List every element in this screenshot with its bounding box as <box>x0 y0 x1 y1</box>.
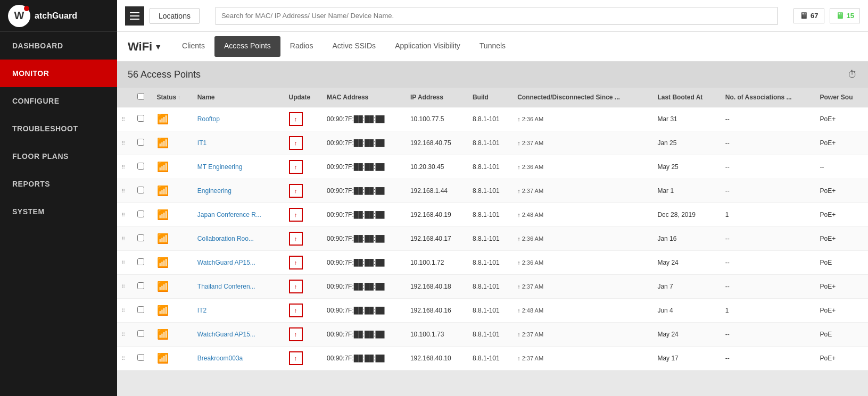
update-button[interactable]: ↑ <box>289 136 303 150</box>
row-checkbox[interactable] <box>137 354 144 361</box>
row-checkbox[interactable] <box>137 115 144 122</box>
th-update[interactable]: Update <box>285 88 323 107</box>
row-checkbox-cell[interactable] <box>133 131 153 155</box>
row-checkbox[interactable] <box>137 258 144 265</box>
name-cell[interactable]: Thailand Conferen... <box>193 275 285 299</box>
ap-count-badge[interactable]: 🖥 67 <box>793 9 824 23</box>
row-checkbox-cell[interactable] <box>133 107 153 131</box>
th-assoc[interactable]: No. of Associations ... <box>721 88 816 107</box>
row-checkbox[interactable] <box>137 306 144 313</box>
sidebar-item-configure[interactable]: CONFIGURE <box>0 87 117 115</box>
update-cell[interactable]: ↑ <box>285 131 323 155</box>
update-cell[interactable]: ↑ <box>285 179 323 203</box>
row-checkbox[interactable] <box>137 330 144 337</box>
status-icon: 📶 <box>157 257 169 268</box>
ap-name[interactable]: Thailand Conferen... <box>197 283 255 290</box>
ap-name[interactable]: Rooftop <box>197 115 220 123</box>
row-checkbox-cell[interactable] <box>133 251 153 275</box>
update-button[interactable]: ↑ <box>289 184 303 198</box>
name-cell[interactable]: WatchGuard AP15... <box>193 251 285 275</box>
name-cell[interactable]: IT2 <box>193 299 285 323</box>
export-icon[interactable]: ⏱ <box>848 69 857 80</box>
row-checkbox-cell[interactable] <box>133 323 153 347</box>
ap-name[interactable]: WatchGuard AP15... <box>197 331 255 338</box>
locations-button[interactable]: Locations <box>150 8 200 24</box>
th-mac[interactable]: MAC Address <box>323 88 406 107</box>
tab-access-points[interactable]: Access Points <box>214 36 280 57</box>
row-checkbox[interactable] <box>137 187 144 193</box>
update-cell[interactable]: ↑ <box>285 275 323 299</box>
ap-name[interactable]: IT1 <box>197 139 206 147</box>
sidebar-item-monitor[interactable]: MONITOR <box>0 60 117 87</box>
tab-tunnels[interactable]: Tunnels <box>470 36 515 57</box>
update-button[interactable]: ↑ <box>289 304 303 317</box>
tab-clients[interactable]: Clients <box>172 36 214 57</box>
name-cell[interactable]: IT1 <box>193 131 285 155</box>
hamburger-button[interactable] <box>125 6 144 26</box>
row-checkbox-cell[interactable] <box>133 179 153 203</box>
online-count-badge[interactable]: 🖥 15 <box>830 9 860 23</box>
name-cell[interactable]: Engineering <box>193 179 285 203</box>
tab-app-visibility[interactable]: Application Visibility <box>385 36 470 57</box>
update-cell[interactable]: ↑ <box>285 347 323 370</box>
update-button[interactable]: ↑ <box>289 256 303 269</box>
update-button[interactable]: ↑ <box>289 351 303 365</box>
update-button[interactable]: ↑ <box>289 327 303 341</box>
sidebar-item-troubleshoot[interactable]: TROUBLESHOOT <box>0 115 117 142</box>
ap-name[interactable]: Collaboration Roo... <box>197 235 254 242</box>
row-checkbox-cell[interactable] <box>133 203 153 227</box>
row-checkbox[interactable] <box>137 234 144 241</box>
update-cell[interactable]: ↑ <box>285 227 323 251</box>
row-checkbox[interactable] <box>137 282 144 289</box>
th-status[interactable]: Status <box>153 88 193 107</box>
sidebar-item-floor-plans[interactable]: FLOOR PLANS <box>0 142 117 170</box>
ap-name[interactable]: IT2 <box>197 307 206 314</box>
th-select-all[interactable] <box>133 88 153 107</box>
update-button[interactable]: ↑ <box>289 208 303 222</box>
row-checkbox[interactable] <box>137 210 144 217</box>
row-checkbox-cell[interactable] <box>133 155 153 179</box>
name-cell[interactable]: Collaboration Roo... <box>193 227 285 251</box>
row-checkbox-cell[interactable] <box>133 227 153 251</box>
row-checkbox[interactable] <box>137 163 144 170</box>
update-cell[interactable]: ↑ <box>285 251 323 275</box>
ap-name[interactable]: WatchGuard AP15... <box>197 259 255 266</box>
name-cell[interactable]: Breakroom003a <box>193 347 285 370</box>
th-power[interactable]: Power Sou <box>815 88 868 107</box>
ap-name[interactable]: Engineering <box>197 187 232 195</box>
th-ip[interactable]: IP Address <box>406 88 468 107</box>
row-checkbox-cell[interactable] <box>133 299 153 323</box>
th-connected[interactable]: Connected/Disconnected Since ... <box>513 88 653 107</box>
tab-active-ssids[interactable]: Active SSIDs <box>323 36 385 57</box>
search-input[interactable] <box>216 7 778 25</box>
update-button[interactable]: ↑ <box>289 280 303 293</box>
update-button[interactable]: ↑ <box>289 232 303 246</box>
sidebar-item-dashboard[interactable]: DASHBOARD <box>0 32 117 60</box>
row-checkbox[interactable] <box>137 139 144 146</box>
name-cell[interactable]: MT Engineering <box>193 155 285 179</box>
name-cell[interactable]: WatchGuard AP15... <box>193 323 285 347</box>
select-all-checkbox[interactable] <box>137 93 144 100</box>
wifi-title[interactable]: WiFi ▼ <box>128 40 162 54</box>
th-booted[interactable]: Last Booted At <box>653 88 721 107</box>
update-cell[interactable]: ↑ <box>285 155 323 179</box>
update-cell[interactable]: ↑ <box>285 323 323 347</box>
tab-radios[interactable]: Radios <box>280 36 323 57</box>
row-checkbox-cell[interactable] <box>133 275 153 299</box>
sidebar-item-reports[interactable]: REPORTS <box>0 170 117 198</box>
update-button[interactable]: ↑ <box>289 160 303 174</box>
update-cell[interactable]: ↑ <box>285 107 323 131</box>
sidebar-item-system[interactable]: SYSTEM <box>0 198 117 225</box>
ap-name[interactable]: MT Engineering <box>197 163 243 171</box>
name-cell[interactable]: Rooftop <box>193 107 285 131</box>
name-cell[interactable]: Japan Conference R... <box>193 203 285 227</box>
th-name[interactable]: Name <box>193 88 285 107</box>
ap-name[interactable]: Breakroom003a <box>197 355 243 362</box>
update-cell[interactable]: ↑ <box>285 203 323 227</box>
ap-name[interactable]: Japan Conference R... <box>197 211 261 218</box>
row-checkbox-cell[interactable] <box>133 347 153 370</box>
ap-table-body: ⠿ 📶 Rooftop ↑ 00:90:7F:██:██:██ 10.100.7… <box>117 107 868 370</box>
th-build[interactable]: Build <box>468 88 513 107</box>
update-cell[interactable]: ↑ <box>285 299 323 323</box>
update-button[interactable]: ↑ <box>289 112 303 126</box>
